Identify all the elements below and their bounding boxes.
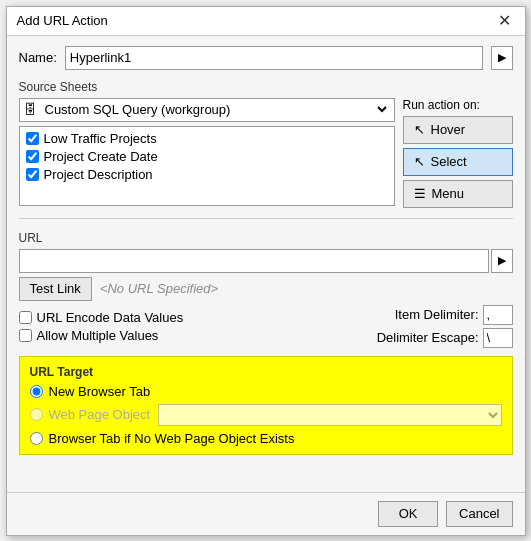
dialog-content: Name: ▶ Source Sheets 🗄 Custom SQL Query… [7,36,525,492]
checklist-item-0[interactable] [26,132,39,145]
name-label: Name: [19,50,57,65]
new-tab-radio[interactable] [30,385,43,398]
run-action-section: Run action on: ↖ Hover ↖ Select ☰ Menu [403,98,513,208]
multiple-checkbox[interactable] [19,329,32,342]
title-bar: Add URL Action ✕ [7,7,525,36]
hover-button[interactable]: ↖ Hover [403,116,513,144]
browser-tab-fallback-radio[interactable] [30,432,43,445]
dialog-footer: OK Cancel [7,492,525,535]
checklist-label-0: Low Traffic Projects [44,131,157,146]
run-action-label: Run action on: [403,98,513,112]
close-button[interactable]: ✕ [494,13,515,29]
url-label: URL [19,231,513,245]
new-tab-option: New Browser Tab [30,384,502,399]
select-label: Select [431,154,467,169]
select-icon: ↖ [414,154,425,169]
new-tab-label: New Browser Tab [49,384,151,399]
web-page-select[interactable] [158,404,501,426]
item-delimiter-row: Item Delimiter: [395,305,513,325]
options-left: URL Encode Data Values Allow Multiple Va… [19,310,184,343]
name-row: Name: ▶ [19,46,513,70]
list-item: Project Description [26,167,388,182]
checklist-item-1[interactable] [26,150,39,163]
menu-icon: ☰ [414,186,426,201]
url-target-label: URL Target [30,365,502,379]
escape-delimiter-row: Delimiter Escape: [377,328,513,348]
ok-button[interactable]: OK [378,501,438,527]
name-arrow-button[interactable]: ▶ [491,46,513,70]
browser-tab-fallback-option: Browser Tab if No Web Page Object Exists [30,431,502,446]
db-icon: 🗄 [24,102,37,117]
checklist-label-2: Project Description [44,167,153,182]
options-right: Item Delimiter: Delimiter Escape: [377,305,513,348]
browser-tab-fallback-label: Browser Tab if No Web Page Object Exists [49,431,295,446]
multiple-option: Allow Multiple Values [19,328,184,343]
checklist-label-1: Project Create Date [44,149,158,164]
name-input[interactable] [65,46,483,70]
web-page-label: Web Page Object [49,407,151,422]
test-link-button[interactable]: Test Link [19,277,92,301]
source-select[interactable]: Custom SQL Query (workgroup) [41,101,390,118]
hover-label: Hover [431,122,466,137]
list-item: Project Create Date [26,149,388,164]
menu-button[interactable]: ☰ Menu [403,180,513,208]
dialog: Add URL Action ✕ Name: ▶ Source Sheets 🗄… [6,6,526,536]
checklist-item-2[interactable] [26,168,39,181]
list-item: Low Traffic Projects [26,131,388,146]
web-page-option: Web Page Object [30,404,502,426]
encode-option: URL Encode Data Values [19,310,184,325]
web-page-radio-item: Web Page Object [30,407,151,422]
url-target-section: URL Target New Browser Tab Web Page Obje… [19,356,513,455]
item-delimiter-label: Item Delimiter: [395,307,479,322]
item-delimiter-input[interactable] [483,305,513,325]
options-row: URL Encode Data Values Allow Multiple Va… [19,305,513,348]
web-page-radio[interactable] [30,408,43,421]
source-dropdown[interactable]: 🗄 Custom SQL Query (workgroup) [19,98,395,122]
escape-label: Delimiter Escape: [377,330,479,345]
hover-icon: ↖ [414,122,425,137]
url-section: URL ▶ Test Link <No URL Specified> URL E… [19,229,513,348]
menu-label: Menu [432,186,465,201]
multiple-label: Allow Multiple Values [37,328,159,343]
cancel-button[interactable]: Cancel [446,501,512,527]
encode-label: URL Encode Data Values [37,310,184,325]
select-button[interactable]: ↖ Select [403,148,513,176]
encode-checkbox[interactable] [19,311,32,324]
url-controls-row: Test Link <No URL Specified> [19,277,513,301]
url-input-row: ▶ [19,249,513,273]
source-sheets-label: Source Sheets [19,80,513,94]
source-left: 🗄 Custom SQL Query (workgroup) Low Traff… [19,98,395,206]
dialog-title: Add URL Action [17,13,108,28]
source-row: 🗄 Custom SQL Query (workgroup) Low Traff… [19,98,513,208]
url-arrow-button[interactable]: ▶ [491,249,513,273]
url-input[interactable] [19,249,489,273]
escape-input[interactable] [483,328,513,348]
no-url-text: <No URL Specified> [100,281,218,296]
checklist: Low Traffic Projects Project Create Date… [19,126,395,206]
source-sheets-section: Source Sheets 🗄 Custom SQL Query (workgr… [19,78,513,208]
